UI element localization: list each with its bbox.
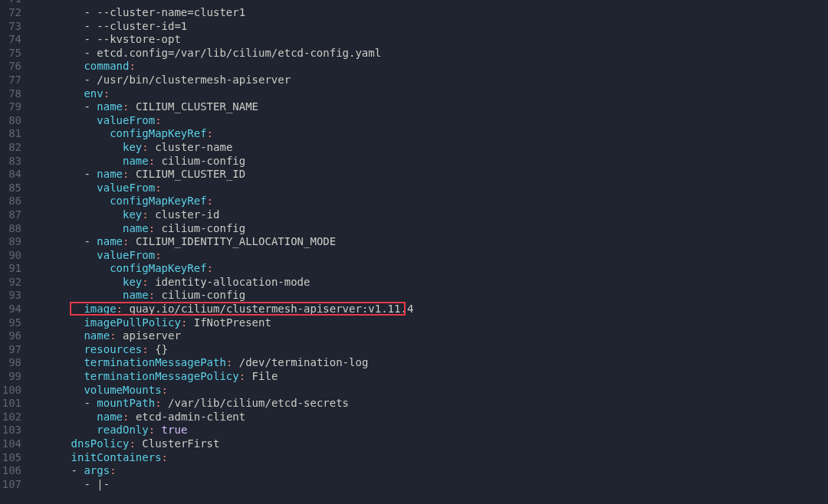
code-line[interactable]: 85 valueFrom:	[0, 182, 828, 195]
line-number: 100	[0, 384, 21, 398]
line-number: 104	[0, 437, 21, 451]
line-number: 105	[0, 451, 21, 465]
line-number: 75	[0, 47, 21, 61]
line-number: 94	[0, 303, 21, 316]
line-number: 80	[0, 114, 21, 128]
code-line[interactable]: 90 valueFrom:	[0, 249, 828, 263]
code-line[interactable]: 83 name: cilium-config	[0, 155, 828, 169]
code-content	[21, 0, 84, 6]
code-line[interactable]: 93 name: cilium-config	[0, 289, 828, 303]
line-number: 84	[0, 168, 21, 182]
line-number: 81	[0, 127, 21, 141]
code-line[interactable]: 92 key: identity-allocation-mode	[0, 276, 828, 290]
code-content: - --cluster-name=cluster1	[21, 6, 245, 20]
code-line[interactable]: 86 configMapKeyRef:	[0, 195, 828, 208]
code-line[interactable]: 82 key: cluster-name	[0, 141, 828, 155]
code-line[interactable]: 102 name: etcd-admin-client	[0, 411, 828, 424]
line-number: 95	[0, 316, 21, 330]
line-number: 79	[0, 100, 21, 114]
line-number: 89	[0, 235, 21, 249]
code-content: valueFrom:	[21, 114, 162, 128]
code-content: command:	[21, 60, 136, 74]
line-number: 76	[0, 60, 21, 74]
code-content: name: etcd-admin-client	[21, 411, 245, 424]
code-line[interactable]: 95 imagePullPolicy: IfNotPresent	[0, 316, 828, 330]
code-line[interactable]: 81 configMapKeyRef:	[0, 127, 828, 141]
line-number: 77	[0, 74, 21, 87]
code-line[interactable]: 107 - |-	[0, 478, 828, 492]
code-content: imagePullPolicy: IfNotPresent	[21, 316, 271, 330]
line-number: 83	[0, 155, 21, 169]
code-line[interactable]: 87 key: cluster-id	[0, 208, 828, 222]
code-line[interactable]: 105 initContainers:	[0, 451, 828, 465]
code-line[interactable]: 104 dnsPolicy: ClusterFirst	[0, 437, 828, 451]
line-number: 96	[0, 329, 21, 343]
code-line[interactable]: 84 - name: CILIUM_CLUSTER_ID	[0, 168, 828, 182]
code-content: initContainers:	[21, 451, 168, 465]
code-line[interactable]: 74 - --kvstore-opt	[0, 33, 828, 47]
code-line[interactable]: 73 - --cluster-id=1	[0, 20, 828, 34]
code-content: key: cluster-id	[21, 208, 219, 222]
code-line[interactable]: 106 - args:	[0, 464, 828, 478]
line-number: 99	[0, 370, 21, 384]
code-line[interactable]: 97 resources: {}	[0, 343, 828, 357]
code-line[interactable]: 89 - name: CILIUM_IDENTITY_ALLOCATION_MO…	[0, 235, 828, 249]
code-line[interactable]: 98 terminationMessagePath: /dev/terminat…	[0, 356, 828, 370]
code-line[interactable]: 80 valueFrom:	[0, 114, 828, 128]
line-number: 82	[0, 141, 21, 155]
highlighted-line[interactable]: 94 image: quay.io/cilium/clustermesh-api…	[0, 303, 828, 316]
code-line[interactable]: 91 configMapKeyRef:	[0, 262, 828, 276]
line-number: 90	[0, 249, 21, 263]
code-line[interactable]: 88 name: cilium-config	[0, 222, 828, 236]
line-number: 97	[0, 343, 21, 357]
line-number: 85	[0, 182, 21, 195]
code-line[interactable]: 76 command:	[0, 60, 828, 74]
line-number: 91	[0, 262, 21, 276]
code-line[interactable]: 101 - mountPath: /var/lib/cilium/etcd-se…	[0, 397, 828, 411]
code-content: - --cluster-id=1	[21, 20, 187, 34]
code-content: - name: CILIUM_CLUSTER_ID	[21, 168, 245, 182]
code-content: resources: {}	[21, 343, 168, 357]
code-content: name: cilium-config	[21, 155, 245, 169]
code-content: volumeMounts:	[21, 384, 168, 398]
code-content: terminationMessagePolicy: File	[21, 370, 278, 384]
line-number: 88	[0, 222, 21, 236]
code-line[interactable]: 71	[0, 0, 828, 6]
code-content: valueFrom:	[21, 249, 162, 263]
code-content: readOnly: true	[21, 424, 187, 437]
code-content: key: identity-allocation-mode	[21, 276, 310, 290]
code-line[interactable]: 78 env:	[0, 87, 828, 101]
line-number: 71	[0, 0, 21, 6]
code-line[interactable]: 79 - name: CILIUM_CLUSTER_NAME	[0, 100, 828, 114]
line-number: 86	[0, 195, 21, 208]
code-line[interactable]: 96 name: apiserver	[0, 329, 828, 343]
code-content: env:	[21, 87, 110, 101]
line-number: 107	[0, 478, 21, 492]
code-editor[interactable]: 71 72 - --cluster-name=cluster173 - --cl…	[0, 0, 828, 491]
line-number: 106	[0, 464, 21, 478]
code-content: valueFrom:	[21, 182, 162, 195]
code-content: terminationMessagePath: /dev/termination…	[21, 356, 368, 370]
code-content: configMapKeyRef:	[21, 262, 213, 276]
code-line[interactable]: 72 - --cluster-name=cluster1	[0, 6, 828, 20]
line-number: 74	[0, 33, 21, 47]
code-content: - name: CILIUM_IDENTITY_ALLOCATION_MODE	[21, 235, 336, 249]
line-number: 103	[0, 424, 21, 437]
code-content: image: quay.io/cilium/clustermesh-apiser…	[21, 303, 413, 316]
code-line[interactable]: 100 volumeMounts:	[0, 384, 828, 398]
code-content: - name: CILIUM_CLUSTER_NAME	[21, 100, 258, 114]
code-line[interactable]: 99 terminationMessagePolicy: File	[0, 370, 828, 384]
code-content: configMapKeyRef:	[21, 127, 213, 141]
code-line[interactable]: 75 - etcd.config=/var/lib/cilium/etcd-co…	[0, 47, 828, 61]
line-number: 87	[0, 208, 21, 222]
line-number: 73	[0, 20, 21, 34]
code-content: - /usr/bin/clustermesh-apiserver	[21, 74, 291, 87]
line-number: 78	[0, 87, 21, 101]
line-number: 101	[0, 397, 21, 411]
line-number: 92	[0, 276, 21, 290]
line-number: 98	[0, 356, 21, 370]
line-number: 93	[0, 289, 21, 303]
line-number: 102	[0, 411, 21, 424]
code-line[interactable]: 77 - /usr/bin/clustermesh-apiserver	[0, 74, 828, 87]
code-line[interactable]: 103 readOnly: true	[0, 424, 828, 437]
